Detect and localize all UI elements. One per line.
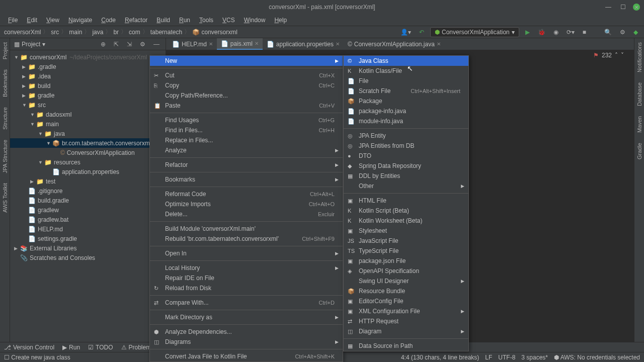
gutter-database[interactable]: Database	[636, 82, 642, 106]
breadcrumb-item[interactable]: main	[69, 29, 82, 36]
nav-up-icon[interactable]: ˄	[615, 52, 618, 59]
menu-item[interactable]: Delete...Excluir	[150, 209, 343, 219]
editor-tab[interactable]: ©ConversorXmlApplication.java✕	[344, 38, 445, 50]
cursor-position[interactable]: 4:4 (130 chars, 4 line breaks)	[401, 354, 479, 361]
menu-item[interactable]: Build Module 'conversorXml.main'	[150, 224, 343, 234]
menu-item[interactable]: Open In▶	[150, 248, 343, 258]
tree-item[interactable]: ▼📁src	[10, 100, 166, 110]
gutter-project[interactable]: Project	[2, 42, 8, 59]
tree-item[interactable]: 📄gradlew	[10, 205, 166, 215]
menu-edit[interactable]: Edit	[23, 16, 41, 25]
tree-item[interactable]: 📄application.properties	[10, 167, 166, 176]
menu-item[interactable]: 📦Resource Bundle	[344, 286, 468, 296]
tree-item[interactable]: 📄build.gradle	[10, 196, 166, 205]
menu-item[interactable]: KKotlin Class/File	[344, 66, 468, 76]
tree-item[interactable]: ▶📁.idea	[10, 71, 166, 81]
menu-item[interactable]: 📄Scratch FileCtrl+Alt+Shift+Insert	[344, 86, 468, 96]
aws-status[interactable]: ⬢ AWS: No credentials selected	[554, 354, 640, 361]
menu-item[interactable]: Copy Path/Reference...	[150, 90, 343, 101]
menu-item[interactable]: Bookmarks▶	[150, 174, 343, 185]
gutter-maven[interactable]: Maven	[636, 116, 642, 133]
gutter-structure[interactable]: Structure	[2, 107, 8, 130]
coverage-button[interactable]: ◉	[551, 28, 560, 37]
close-button[interactable]: ✕	[633, 4, 640, 11]
menu-tools[interactable]: Tools	[195, 16, 217, 25]
menu-item[interactable]: Optimize ImportsCtrl+Alt+O	[150, 199, 343, 209]
menu-item[interactable]: ⎘CopyCtrl+C	[150, 80, 343, 90]
search-icon[interactable]: 🔍	[602, 28, 614, 37]
close-tab-icon[interactable]: ✕	[336, 41, 340, 47]
encoding[interactable]: UTF-8	[498, 354, 515, 361]
menu-item[interactable]: Convert Java File to Kotlin FileCtrl+Alt…	[150, 351, 343, 361]
profile-button[interactable]: ⟳▾	[565, 28, 577, 37]
breadcrumb-item[interactable]: tabernatech	[150, 29, 182, 36]
close-tab-icon[interactable]: ✕	[209, 41, 213, 47]
menu-item[interactable]: Mark Directory as▶	[150, 312, 343, 322]
tree-item[interactable]: ▼📁java	[10, 129, 166, 138]
collapse-icon[interactable]: ⇲	[125, 40, 134, 49]
menu-item[interactable]: ●DTO	[344, 151, 468, 161]
menu-item[interactable]: Other▶	[344, 181, 468, 191]
tree-item[interactable]: 📄gradlew.bat	[10, 215, 166, 224]
menu-item[interactable]: KKotlin Worksheet (Beta)	[344, 216, 468, 226]
menu-code[interactable]: Code	[97, 16, 120, 25]
maximize-button[interactable]: ☐	[618, 3, 628, 12]
menu-item[interactable]: ▣HTML File	[344, 196, 468, 206]
tree-item[interactable]: ▶📁.gradle	[10, 62, 166, 71]
menu-item[interactable]: ▣package.json File	[344, 256, 468, 266]
menu-item[interactable]: ✂CutCtrl+X	[150, 70, 343, 80]
tree-item[interactable]: ©ConversorXmlApplication	[10, 148, 166, 157]
menu-item[interactable]: ⇄HTTP Request	[344, 316, 468, 326]
menu-item[interactable]: ↻Reload from Disk	[150, 283, 343, 293]
breadcrumb-item[interactable]: java	[92, 29, 103, 36]
tree-item[interactable]: ▶📁gradle	[10, 90, 166, 100]
menu-file[interactable]: File	[4, 16, 22, 25]
menu-item[interactable]: New▶	[150, 56, 343, 66]
nav-down-icon[interactable]: ˅	[621, 52, 624, 59]
tree-item[interactable]: ▼📁dadosxml	[10, 110, 166, 119]
minimize-button[interactable]: —	[603, 3, 613, 12]
menu-item[interactable]: 📄File	[344, 76, 468, 86]
menu-view[interactable]: View	[42, 16, 63, 25]
gutter-jpa-structure[interactable]: JPA Structure	[2, 140, 8, 173]
tree-item[interactable]: ▼📁conversorXml~/IdeaProjects/conversorXm…	[10, 52, 166, 62]
back-icon[interactable]: ↶	[417, 28, 426, 37]
menu-item[interactable]: TSTypeScript File	[344, 246, 468, 256]
menu-item[interactable]: 📄module-info.java	[344, 116, 468, 126]
breadcrumb-item[interactable]: br	[113, 29, 119, 36]
menu-item[interactable]: ◫Diagrams▶	[150, 337, 343, 347]
tree-item[interactable]: ▶📁test	[10, 176, 166, 186]
debug-button[interactable]: 🐞	[536, 28, 547, 37]
menu-item[interactable]: Repair IDE on File	[150, 273, 343, 283]
menu-vcs[interactable]: VCS	[218, 16, 239, 25]
editor-tab[interactable]: 📄pais.xml✕	[217, 38, 263, 50]
menu-item[interactable]: Find in Files...Ctrl+H	[150, 125, 343, 135]
menu-item[interactable]: ▦Data Source in Path	[344, 341, 468, 351]
tree-item[interactable]: ▶📚External Libraries	[10, 243, 166, 253]
plugin-icon[interactable]: ◆	[631, 28, 640, 37]
settings-icon[interactable]: ⚙	[618, 28, 627, 37]
menu-item[interactable]: Rebuild 'br.com.tabernatech.conversorxml…	[150, 234, 343, 244]
menu-item[interactable]: Find UsagesCtrl+G	[150, 115, 343, 125]
menu-run[interactable]: Run	[175, 16, 194, 25]
menu-navigate[interactable]: Navigate	[64, 16, 96, 25]
menu-item[interactable]: ⬢Analyze Dependencies...	[150, 327, 343, 337]
run-config-selector[interactable]: ⬢ ConversorXmlApplication ▾	[430, 27, 519, 37]
tree-item[interactable]: ▼📁main	[10, 119, 166, 129]
tree-item[interactable]: ▶📁build	[10, 81, 166, 90]
menu-item[interactable]: 📄package-info.java	[344, 106, 468, 116]
menu-item[interactable]: KKotlin Script (Beta)	[344, 206, 468, 216]
editor-tab[interactable]: 📄HELP.md✕	[168, 38, 217, 50]
tree-item[interactable]: 📄settings.gradle	[10, 234, 166, 243]
menu-item[interactable]: ▦DDL by Entities	[344, 171, 468, 181]
line-sep[interactable]: LF	[485, 354, 492, 361]
close-tab-icon[interactable]: ✕	[255, 41, 259, 46]
menu-window[interactable]: Window	[240, 16, 270, 25]
indent[interactable]: 3 spaces*	[521, 354, 548, 361]
gutter-gradle[interactable]: Gradle	[636, 143, 642, 159]
chevron-down-icon[interactable]: ▾	[42, 41, 45, 48]
run-button[interactable]: ▶	[523, 28, 532, 37]
menu-item[interactable]: ◎JPA Entities from DB	[344, 141, 468, 151]
menu-item[interactable]: ▣XML Configuration File▶	[344, 306, 468, 316]
menu-help[interactable]: Help	[270, 16, 291, 25]
